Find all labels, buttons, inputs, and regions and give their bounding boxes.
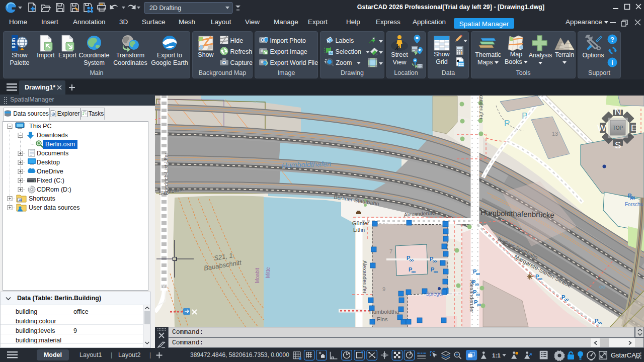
svg-text:?: ? xyxy=(610,36,614,43)
svg-text:i: i xyxy=(611,59,613,66)
svg-text:S: S xyxy=(615,140,621,150)
svg-text:P: P xyxy=(522,111,527,121)
svg-text:Alexanderufer: Alexanderufer xyxy=(362,260,368,294)
svg-text:Spiegel: Spiegel xyxy=(426,291,443,297)
svg-text:Moabit: Moabit xyxy=(255,268,260,283)
svg-text:7: 7 xyxy=(389,248,392,254)
svg-text:Mitte: Mitte xyxy=(265,267,271,278)
svg-text:spm: spm xyxy=(11,38,16,49)
svg-text:1:1: 1:1 xyxy=(492,352,501,358)
svg-text:W: W xyxy=(597,123,606,133)
svg-text:E: E xyxy=(631,123,637,133)
svg-text:9: 9 xyxy=(382,286,385,292)
svg-text:Humboldtha: Humboldtha xyxy=(369,309,399,315)
svg-text:Y: Y xyxy=(162,284,166,290)
svg-text:Forschu: Forschu xyxy=(625,202,643,207)
svg-text:Günter: Günter xyxy=(352,220,369,226)
svg-text:2D Drafting: 2D Drafting xyxy=(149,5,181,12)
svg-text:P: P xyxy=(504,119,510,128)
svg-text:Alexanderufer: Alexanderufer xyxy=(478,95,485,120)
svg-text:TOP: TOP xyxy=(613,125,623,131)
svg-text:Eins: Eins xyxy=(377,316,388,322)
svg-text:13: 13 xyxy=(552,131,558,137)
svg-text:Litfin: Litfin xyxy=(353,227,365,233)
svg-text:GstarCAD 2026 Professional[Tri: GstarCAD 2026 Professional[Trial day lef… xyxy=(357,4,544,11)
svg-text:N: N xyxy=(614,106,621,117)
